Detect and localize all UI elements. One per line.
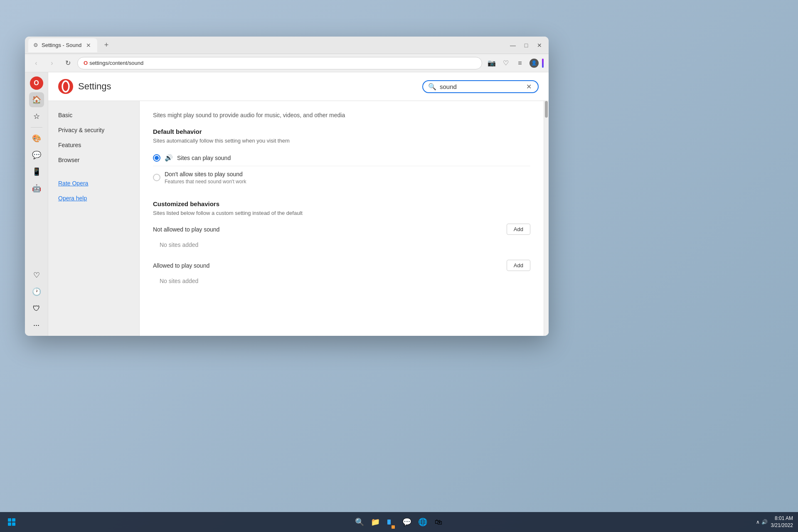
taskbar: 🔍 📁 💬 🌐 🛍 ∧ 🔊 8:01 AM 3/21/2022 [0, 512, 798, 532]
settings-layout: Basic Privacy & security Features Browse… [48, 101, 549, 336]
sidebar-shield-icon[interactable]: 🛡 [29, 301, 44, 316]
radio-allow-sound[interactable]: 🔊 Sites can play sound [153, 150, 530, 166]
radio-allow-label: Sites can play sound [177, 155, 231, 161]
nav-item-basic[interactable]: Basic [48, 108, 139, 123]
not-allowed-header: Not allowed to play sound Add [153, 224, 530, 235]
taskbar-left [5, 515, 18, 529]
settings-title: Settings [78, 81, 111, 92]
sidebar-star-icon[interactable]: ☆ [29, 109, 44, 124]
start-button[interactable] [5, 515, 18, 529]
nav-item-browser[interactable]: Browser [48, 153, 139, 167]
win-sq-4 [12, 522, 15, 526]
customized-subtitle: Sites listed below follow a custom setti… [153, 210, 530, 216]
sync-indicator [542, 59, 544, 68]
heart-icon[interactable]: ♡ [500, 57, 512, 69]
radio-allow-indicator [153, 154, 160, 162]
forward-button[interactable]: › [46, 57, 58, 69]
volume-icon[interactable]: 🔊 [761, 519, 768, 525]
search-clear-button[interactable]: ✕ [526, 83, 532, 91]
sound-icon: 🔊 [165, 154, 173, 162]
nav-spacer [48, 167, 139, 176]
customized-title: Customized behaviors [153, 200, 530, 207]
widget-bar2 [392, 525, 395, 529]
radio-block-sublabel: Features that need sound won't work [165, 179, 246, 185]
address-bar[interactable]: O settings/content/sound [77, 57, 482, 69]
sidebar-aria-icon[interactable]: 🤖 [29, 181, 44, 196]
browser-tab[interactable]: ⚙ Settings - Sound ✕ [28, 38, 97, 52]
settings-tab-icon: ⚙ [33, 42, 38, 48]
not-allowed-label: Not allowed to play sound [153, 226, 219, 233]
win-sq-2 [12, 518, 15, 522]
search-icon: 🔍 [428, 83, 436, 91]
sidebar-divider [31, 127, 42, 128]
browser-window: ⚙ Settings - Sound ✕ + — □ ✕ ‹ › ↻ O set… [25, 37, 549, 336]
taskbar-edge[interactable]: 🌐 [416, 515, 429, 529]
widget-bar1 [387, 520, 391, 525]
browser-body: O 🏠 ☆ 🎨 💬 📱 🤖 ♡ 🕐 🛡 ··· Settings [25, 72, 549, 336]
address-text: settings/content/sound [89, 60, 143, 66]
radio-block-text: Don't allow sites to play sound Features… [165, 170, 246, 185]
allowed-label: Allowed to play sound [153, 262, 209, 269]
taskbar-time-text: 8:01 AM [771, 515, 793, 522]
default-behavior-subtitle: Sites automatically follow this setting … [153, 138, 530, 144]
refresh-button[interactable]: ↻ [62, 57, 74, 69]
settings-header: Settings 🔍 ✕ [48, 72, 549, 101]
profile-icon[interactable]: 👤 [528, 57, 540, 69]
taskbar-store[interactable]: 🛍 [432, 515, 445, 529]
taskbar-search[interactable]: 🔍 [353, 515, 366, 529]
section-description: Sites might play sound to provide audio … [153, 111, 530, 120]
sidebar-history-icon[interactable]: 🕐 [29, 284, 44, 299]
scroll-thumb[interactable] [545, 101, 548, 118]
win-sq-3 [8, 522, 11, 526]
sidebar-opera-logo[interactable]: O [29, 76, 44, 91]
allowed-add-button[interactable]: Add [507, 260, 530, 271]
close-button[interactable]: ✕ [534, 39, 545, 51]
window-controls: — □ ✕ [507, 39, 545, 51]
sidebar-favorites-icon[interactable]: ♡ [29, 268, 44, 283]
allowed-empty-text: No sites added [153, 274, 530, 288]
scrollbar[interactable] [544, 101, 549, 336]
sidebar-more-icon[interactable]: ··· [29, 318, 44, 332]
nav-opera-help[interactable]: Opera help [48, 191, 139, 206]
radio-block-label: Don't allow sites to play sound [165, 171, 243, 177]
sidebar-home-icon[interactable]: 🏠 [29, 92, 44, 107]
default-behavior-title: Default behavior [153, 128, 530, 135]
settings-content: Sites might play sound to provide audio … [140, 101, 544, 336]
taskbar-clock: 8:01 AM 3/21/2022 [771, 515, 793, 529]
settings-search-box[interactable]: 🔍 ✕ [422, 80, 539, 93]
camera-icon[interactable]: 📷 [485, 57, 498, 69]
settings-nav: Basic Privacy & security Features Browse… [48, 101, 140, 336]
settings-search-input[interactable] [440, 83, 523, 90]
tab-close-button[interactable]: ✕ [85, 42, 92, 49]
sidebar-apps-icon[interactable]: 🎨 [29, 131, 44, 146]
opera-sidebar: O 🏠 ☆ 🎨 💬 📱 🤖 ♡ 🕐 🛡 ··· [25, 72, 48, 336]
nav-item-privacy[interactable]: Privacy & security [48, 123, 139, 138]
taskbar-chat[interactable]: 💬 [400, 515, 414, 529]
profile-avatar: 👤 [530, 59, 539, 68]
not-allowed-empty-text: No sites added [153, 238, 530, 251]
nav-rate-opera[interactable]: Rate Opera [48, 176, 139, 191]
taskbar-files[interactable]: 📁 [369, 515, 382, 529]
title-bar: ⚙ Settings - Sound ✕ + — □ ✕ [25, 37, 549, 54]
menu-icon[interactable]: ≡ [514, 57, 526, 69]
not-allowed-group: Not allowed to play sound Add No sites a… [153, 224, 530, 251]
maximize-button[interactable]: □ [520, 39, 532, 51]
sidebar-messenger-icon[interactable]: 💬 [29, 148, 44, 163]
tab-title: Settings - Sound [42, 42, 81, 48]
system-tray: ∧ 🔊 [756, 519, 768, 525]
tray-arrow[interactable]: ∧ [756, 519, 760, 525]
taskbar-widgets[interactable] [384, 515, 398, 529]
opera-logo-nav: O [84, 60, 88, 66]
back-button[interactable]: ‹ [30, 57, 42, 69]
nav-item-features[interactable]: Features [48, 138, 139, 153]
sidebar-whatsapp-icon[interactable]: 📱 [29, 164, 44, 179]
opera-logo [58, 79, 73, 94]
radio-block-indicator [153, 174, 160, 181]
settings-area: Settings 🔍 ✕ Basic Privacy & security Fe… [48, 72, 549, 336]
not-allowed-add-button[interactable]: Add [507, 224, 530, 235]
minimize-button[interactable]: — [507, 39, 519, 51]
radio-block-sound[interactable]: Don't allow sites to play sound Features… [153, 166, 530, 189]
taskbar-center: 🔍 📁 💬 🌐 🛍 [353, 515, 445, 529]
new-tab-button[interactable]: + [101, 39, 112, 51]
taskbar-right: ∧ 🔊 8:01 AM 3/21/2022 [756, 515, 793, 529]
